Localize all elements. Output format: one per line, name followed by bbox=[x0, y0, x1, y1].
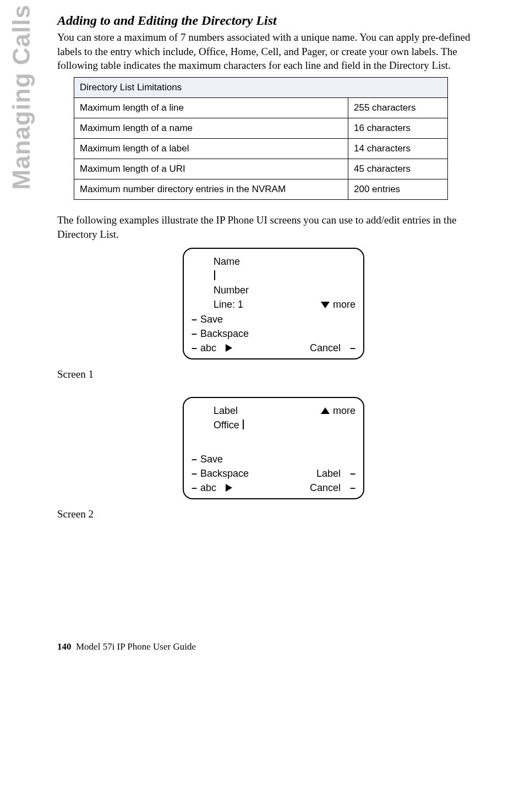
lcd1-number-label: Number bbox=[192, 283, 249, 297]
lcd-screen-1: Name Number Line: 1 more –Save –Backspac… bbox=[183, 248, 364, 359]
table-cell-left: Maximum length of a name bbox=[74, 118, 348, 138]
lcd1-name-label: Name bbox=[192, 254, 240, 269]
lcd1-cursor bbox=[192, 269, 215, 283]
lcd2-backspace-label: Backspace bbox=[200, 466, 249, 481]
lcd1-line-label: Line: 1 bbox=[192, 297, 243, 312]
table-cell-left: Maximum length of a label bbox=[74, 138, 348, 159]
lcd1-cancel-softkey[interactable]: Cancel – bbox=[310, 341, 356, 355]
lcd2-backspace-softkey[interactable]: –Backspace bbox=[192, 466, 249, 481]
table-cell-left: Maximum number directory entries in the … bbox=[74, 179, 348, 199]
screen2-caption: Screen 2 bbox=[57, 508, 490, 520]
lcd2-cancel-label: Cancel bbox=[310, 481, 341, 495]
lcd1-save-softkey[interactable]: –Save bbox=[192, 312, 223, 326]
table-row: Maximum length of a name 16 characters bbox=[74, 118, 448, 138]
table-cell-right: 200 entries bbox=[348, 179, 448, 199]
section-title: Adding to and Editing the Directory List bbox=[57, 13, 490, 28]
table-row: Maximum length of a label 14 characters bbox=[74, 138, 448, 159]
lcd2-more-label: more bbox=[333, 404, 356, 418]
screen1-caption: Screen 1 bbox=[57, 368, 490, 380]
lcd1-more-softkey[interactable]: more bbox=[321, 297, 356, 312]
after-table-paragraph: The following examples illustrate the IP… bbox=[57, 213, 490, 241]
lcd2-save-label: Save bbox=[200, 452, 223, 466]
table-row: Maximum length of a URI 45 characters bbox=[74, 159, 448, 179]
lcd2-abc-softkey[interactable]: –abc bbox=[192, 481, 232, 495]
table-row: Maximum number directory entries in the … bbox=[74, 179, 448, 199]
lcd2-office-value: Office bbox=[192, 418, 244, 432]
triangle-right-icon bbox=[226, 484, 232, 492]
lcd1-more-label: more bbox=[333, 297, 356, 312]
lcd2-labelkey-label: Label bbox=[316, 466, 341, 481]
table-header: Directory List Limitations bbox=[74, 77, 448, 97]
side-tab: Managing Calls bbox=[8, 4, 35, 190]
screen2-wrap: Label more Office –Save –Backspace Label… bbox=[57, 397, 490, 499]
lcd2-label-label: Label bbox=[192, 404, 238, 418]
table-cell-left: Maximum length of a line bbox=[74, 97, 348, 118]
page-number: 140 bbox=[57, 641, 72, 652]
lcd2-cancel-softkey[interactable]: Cancel – bbox=[310, 481, 356, 495]
page-footer: 140 Model 57i IP Phone User Guide bbox=[57, 641, 490, 652]
lcd2-save-softkey[interactable]: –Save bbox=[192, 452, 223, 466]
lcd1-save-label: Save bbox=[200, 312, 223, 326]
screen1-wrap: Name Number Line: 1 more –Save –Backspac… bbox=[57, 248, 490, 359]
lcd2-more-softkey[interactable]: more bbox=[321, 404, 356, 418]
lcd2-abc-label: abc bbox=[200, 481, 216, 495]
lcd1-backspace-softkey[interactable]: –Backspace bbox=[192, 326, 249, 341]
triangle-up-icon bbox=[321, 407, 330, 414]
lcd1-backspace-label: Backspace bbox=[200, 326, 249, 341]
intro-paragraph: You can store a maximum of 7 numbers ass… bbox=[57, 30, 490, 73]
triangle-down-icon bbox=[321, 302, 330, 308]
lcd-screen-2: Label more Office –Save –Backspace Label… bbox=[183, 397, 364, 499]
table-cell-left: Maximum length of a URI bbox=[74, 159, 348, 179]
table-cell-right: 16 characters bbox=[348, 118, 448, 138]
lcd1-cancel-label: Cancel bbox=[310, 341, 341, 355]
table-cell-right: 255 characters bbox=[348, 97, 448, 118]
table-cell-right: 45 characters bbox=[348, 159, 448, 179]
table-cell-right: 14 characters bbox=[348, 138, 448, 159]
limits-table: Directory List Limitations Maximum lengt… bbox=[74, 77, 448, 200]
triangle-right-icon bbox=[226, 344, 232, 352]
lcd1-abc-label: abc bbox=[200, 341, 216, 355]
lcd2-labelkey-softkey[interactable]: Label – bbox=[316, 466, 356, 481]
table-row: Maximum length of a line 255 characters bbox=[74, 97, 448, 118]
footer-title: Model 57i IP Phone User Guide bbox=[76, 641, 196, 652]
lcd1-abc-softkey[interactable]: –abc bbox=[192, 341, 232, 355]
